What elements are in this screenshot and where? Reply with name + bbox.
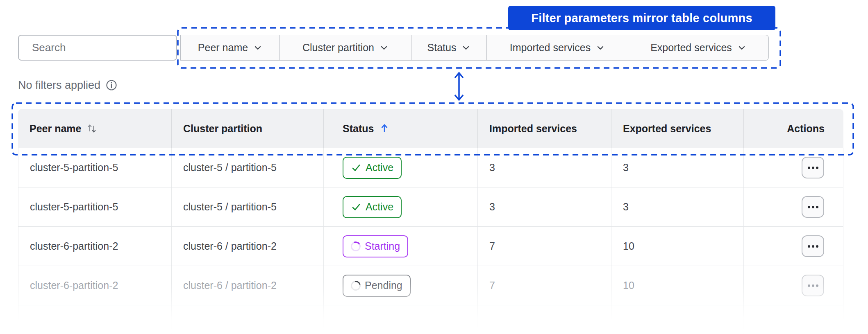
column-header-actions: Actions	[744, 109, 843, 148]
peer-name-cell: cluster-5-partition-5	[18, 148, 172, 187]
status-badge: Starting	[343, 235, 408, 257]
exported-services-cell: 3	[611, 148, 744, 187]
search-box[interactable]	[18, 35, 177, 61]
exported-services-cell: 10	[611, 266, 744, 305]
column-header-exported-services[interactable]: Exported services	[611, 109, 744, 148]
actions-cell	[744, 227, 843, 266]
filter-label: Status	[427, 42, 457, 54]
peer-name-cell: cluster-6-partition-2	[18, 227, 172, 266]
filter-cluster-partition[interactable]: Cluster partition	[280, 35, 411, 61]
peers-table: Peer name Cluster partition Status	[18, 109, 843, 334]
table-header: Peer name Cluster partition Status	[18, 109, 843, 148]
ellipsis-icon	[808, 284, 810, 287]
filter-status[interactable]: Status	[411, 35, 487, 61]
peers-table-annotation-figure: Filter parameters mirror table columns P…	[0, 0, 868, 334]
status-cell: Active	[324, 148, 478, 187]
cluster-partition-cell: cluster-6 / partition-2	[172, 227, 324, 266]
filters-status-text: No filters applied	[18, 79, 100, 92]
table-row: cluster-6-partition-2 cluster-6 / partit…	[18, 227, 843, 266]
annotation-banner: Filter parameters mirror table columns	[508, 6, 775, 30]
ellipsis-icon	[808, 245, 810, 248]
status-badge: Pending	[343, 275, 411, 297]
chevron-down-icon	[737, 43, 746, 52]
filter-bar: Peer name Cluster partition Status Impor…	[180, 35, 769, 61]
check-icon	[351, 162, 361, 173]
column-label: Cluster partition	[183, 123, 262, 135]
status-label: Pending	[365, 280, 402, 291]
cluster-partition-cell: cluster-6 / partition-2	[172, 266, 324, 305]
peer-name-cell: cluster-6-partition-2	[18, 266, 172, 305]
cluster-partition-cell: cluster-5 / partition-5	[172, 187, 324, 226]
table-body: cluster-5-partition-5 cluster-5 / partit…	[18, 148, 843, 334]
table-row: cluster-5-partition-5 cluster-5 / partit…	[18, 148, 843, 187]
imported-services-cell: 7	[478, 266, 611, 305]
info-icon[interactable]	[105, 79, 118, 92]
row-actions-button[interactable]	[802, 235, 824, 257]
actions-cell	[744, 266, 843, 305]
filter-label: Cluster partition	[302, 42, 374, 54]
column-header-imported-services[interactable]: Imported services	[478, 109, 611, 148]
column-header-cluster-partition[interactable]: Cluster partition	[172, 109, 324, 148]
row-actions-button[interactable]	[802, 275, 824, 296]
actions-cell	[744, 187, 843, 226]
table-row: cluster-5-partition-5 cluster-5 / partit…	[18, 187, 843, 227]
column-header-status[interactable]: Status	[324, 109, 478, 148]
column-label: Status	[343, 123, 374, 135]
ellipsis-icon	[808, 167, 810, 169]
filter-label: Peer name	[198, 42, 248, 54]
column-header-peer-name[interactable]: Peer name	[18, 109, 172, 148]
filter-exported-services[interactable]: Exported services	[628, 35, 769, 61]
actions-cell	[744, 148, 843, 187]
table-row: cluster-6-partition-2 cluster-6 / partit…	[18, 266, 843, 305]
filters-status: No filters applied	[18, 79, 118, 92]
filter-imported-services[interactable]: Imported services	[487, 35, 628, 61]
status-cell: Pending	[324, 266, 478, 305]
chevron-down-icon	[461, 43, 470, 52]
peer-name-cell: cluster-5-partition-5	[18, 187, 172, 226]
spinner-icon	[350, 240, 362, 252]
sort-ascending-icon	[379, 123, 390, 134]
chevron-down-icon	[379, 43, 389, 52]
status-label: Starting	[365, 240, 400, 252]
imported-services-cell: 3	[478, 148, 611, 187]
chevron-down-icon	[253, 43, 262, 52]
imported-services-cell: 7	[478, 227, 611, 266]
status-cell: Active	[324, 187, 478, 226]
status-badge: Active	[343, 196, 402, 218]
table-header-row: Peer name Cluster partition Status	[18, 109, 843, 148]
imported-services-cell: 3	[478, 187, 611, 226]
filter-peer-name[interactable]: Peer name	[180, 35, 280, 61]
row-actions-button[interactable]	[802, 196, 824, 218]
column-label: Exported services	[623, 123, 711, 135]
sort-up-down-icon	[86, 123, 97, 134]
filter-label: Exported services	[650, 42, 732, 54]
exported-services-cell: 10	[611, 227, 744, 266]
cluster-partition-cell: cluster-5 / partition-5	[172, 148, 324, 187]
column-label: Imported services	[489, 123, 577, 135]
mirror-arrow-icon	[451, 69, 467, 104]
search-input[interactable]	[32, 41, 169, 54]
row-actions-button[interactable]	[802, 157, 824, 178]
chevron-down-icon	[596, 43, 605, 52]
filter-label: Imported services	[510, 42, 591, 54]
spinner-icon	[349, 279, 362, 292]
table-row-partial	[18, 305, 843, 334]
column-label: Actions	[787, 123, 825, 135]
check-icon	[351, 202, 361, 212]
column-label: Peer name	[30, 123, 81, 135]
status-label: Active	[366, 162, 393, 174]
exported-services-cell: 3	[611, 187, 744, 226]
status-badge: Active	[343, 157, 402, 179]
status-cell: Starting	[324, 227, 478, 266]
status-label: Active	[366, 201, 393, 213]
ellipsis-icon	[808, 206, 810, 208]
